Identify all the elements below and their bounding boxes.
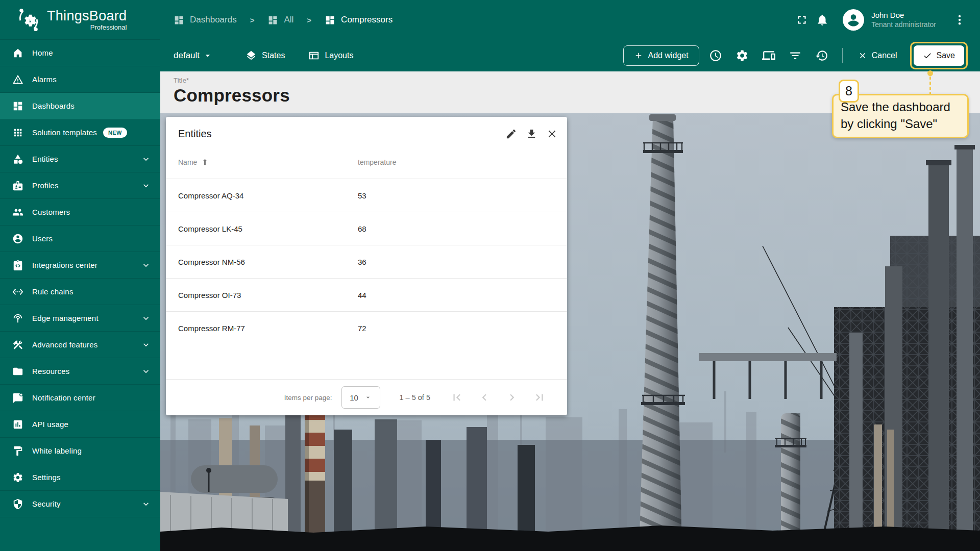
api-usage-icon	[12, 419, 23, 430]
sidebar-item-customers[interactable]: Customers	[0, 199, 160, 226]
notifications-button[interactable]	[812, 10, 832, 30]
sidebar-item-label: Users	[32, 234, 53, 243]
last-page-icon	[533, 391, 546, 404]
sidebar-item-alarms[interactable]: Alarms	[0, 66, 160, 93]
items-per-page-select[interactable]: 10	[341, 386, 380, 409]
state-selector[interactable]: default	[174, 51, 213, 61]
cell-name: Compressor NM-56	[178, 258, 358, 266]
security-icon	[12, 498, 23, 510]
device-layouts-button[interactable]	[758, 45, 779, 66]
cancel-button[interactable]: Cancel	[853, 51, 902, 60]
chevron-down-icon	[141, 313, 151, 323]
breadcrumb-separator: >	[307, 16, 311, 24]
advanced-features-icon	[12, 339, 23, 350]
entity-filter-button[interactable]	[785, 45, 805, 66]
sidebar-item-label: Home	[32, 48, 53, 57]
items-per-page-value: 10	[350, 393, 358, 402]
sidebar-item-advanced-features[interactable]: Advanced features	[0, 332, 160, 358]
sidebar-item-solution-templates[interactable]: Solution templates NEW	[0, 119, 160, 146]
sidebar-item-settings[interactable]: Settings	[0, 464, 160, 491]
notification-center-icon	[12, 392, 23, 404]
topbar: Dashboards > All > Compressors	[160, 0, 980, 40]
edit-widget-button[interactable]	[501, 123, 521, 144]
bell-icon	[816, 13, 829, 27]
table-row[interactable]: Compressor OI-73 44	[166, 278, 567, 311]
save-label: Save	[937, 51, 955, 60]
sidebar-item-security[interactable]: Security	[0, 491, 160, 517]
history-icon	[815, 49, 828, 62]
cell-temperature: 44	[358, 291, 366, 299]
plus-icon	[634, 51, 643, 60]
sidebar-item-entities[interactable]: Entities	[0, 146, 160, 172]
table-row[interactable]: Compressor RM-77 72	[166, 311, 567, 344]
sidebar-item-api-usage[interactable]: API usage	[0, 411, 160, 438]
table-header-row: Name temperature	[166, 145, 567, 179]
states-layers-icon	[246, 50, 257, 61]
cell-temperature: 68	[358, 224, 366, 233]
brand-name: ThingsBoard	[47, 9, 127, 23]
home-icon	[12, 47, 23, 59]
brand-logo[interactable]: ThingsBoard Professional	[0, 0, 160, 40]
user-info[interactable]: John Doe Tenant administrator	[871, 11, 936, 29]
previous-page-button[interactable]	[477, 390, 492, 405]
dashboard-settings-button[interactable]	[732, 45, 752, 66]
chevron-down-icon	[141, 366, 151, 377]
sidebar: ThingsBoard Professional Home Alarms Das…	[0, 0, 160, 551]
sidebar-item-white-labeling[interactable]: White labeling	[0, 438, 160, 464]
sidebar-item-users[interactable]: Users	[0, 226, 160, 252]
main-area: Dashboards > All > Compressors	[160, 0, 980, 551]
sidebar-item-dashboards[interactable]: Dashboards	[0, 93, 160, 119]
sidebar-item-home[interactable]: Home	[0, 40, 160, 66]
save-button-highlight: Save	[914, 45, 964, 66]
user-avatar[interactable]	[843, 9, 864, 31]
column-name-label: Name	[178, 158, 197, 166]
first-page-button[interactable]	[450, 390, 464, 405]
first-page-icon	[450, 391, 463, 404]
fullscreen-button[interactable]	[792, 10, 812, 30]
cell-name: Compressor RM-77	[178, 324, 358, 333]
next-page-button[interactable]	[505, 390, 519, 405]
dashboards-icon	[267, 15, 278, 26]
sidebar-item-label: Security	[32, 499, 61, 508]
sidebar-item-label: Profiles	[32, 181, 59, 190]
add-widget-button[interactable]: Add widget	[623, 45, 699, 66]
chevron-down-icon	[141, 340, 151, 350]
layouts-button[interactable]: Layouts	[308, 50, 353, 61]
remove-widget-button[interactable]	[542, 123, 562, 144]
states-button[interactable]: States	[246, 50, 285, 61]
sidebar-item-label: White labeling	[32, 446, 82, 455]
column-header-name[interactable]: Name	[178, 158, 358, 166]
close-icon	[546, 128, 558, 140]
save-button[interactable]: Save	[914, 45, 964, 66]
sidebar-item-rule-chains[interactable]: Rule chains	[0, 279, 160, 305]
chevron-down-icon	[141, 260, 151, 270]
sidebar-item-label: Dashboards	[32, 102, 75, 110]
breadcrumb-compressors[interactable]: Compressors	[325, 15, 393, 26]
breadcrumb-all[interactable]: All	[267, 15, 293, 26]
timewindow-button[interactable]	[705, 45, 726, 66]
cell-name: Compressor OI-73	[178, 291, 358, 299]
table-row[interactable]: Compressor NM-56 36	[166, 245, 567, 278]
thingsboard-logo-icon	[15, 7, 42, 33]
download-widget-button[interactable]	[521, 123, 542, 144]
sidebar-item-resources[interactable]: Resources	[0, 358, 160, 385]
customers-icon	[12, 207, 23, 218]
column-header-temperature[interactable]: temperature	[358, 158, 396, 166]
sidebar-item-edge-management[interactable]: Edge management	[0, 305, 160, 332]
sidebar-item-notification-center[interactable]: Notification center	[0, 385, 160, 411]
sidebar-item-integrations-center[interactable]: Integrations center	[0, 252, 160, 279]
tutorial-connector-line	[929, 77, 931, 95]
brand-subtitle: Professional	[47, 23, 127, 31]
version-history-button[interactable]	[812, 45, 832, 66]
table-row[interactable]: Compressor AQ-34 53	[166, 179, 567, 212]
dropdown-arrow-icon	[203, 51, 213, 61]
pencil-icon	[505, 128, 517, 140]
table-row[interactable]: Compressor LK-45 68	[166, 212, 567, 245]
toolbar-divider	[842, 48, 843, 63]
breadcrumb-dashboards[interactable]: Dashboards	[174, 15, 237, 26]
cancel-label: Cancel	[872, 51, 897, 60]
last-page-button[interactable]	[532, 390, 547, 405]
chevron-down-icon	[141, 154, 151, 164]
more-menu-button[interactable]	[949, 10, 970, 30]
sidebar-item-profiles[interactable]: Profiles	[0, 172, 160, 199]
